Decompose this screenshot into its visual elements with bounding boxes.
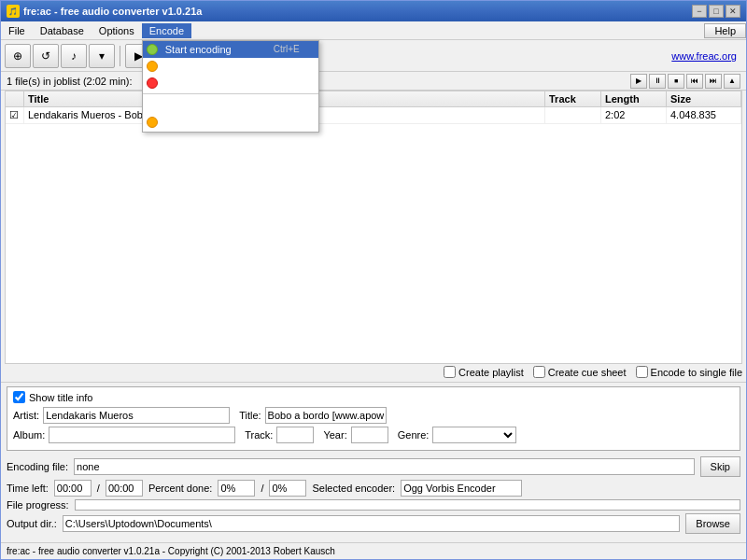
create-playlist-label[interactable]: Create playlist [444, 366, 524, 378]
show-title-toggle[interactable]: Show title info [13, 391, 734, 403]
status-text: fre:ac - free audio converter v1.0.21a -… [7, 546, 335, 556]
pause-encoding-label: Pause/resume encoding [165, 61, 276, 72]
title-bar-left: 🎵 fre:ac - free audio converter v1.0.21a [7, 5, 202, 18]
slash-1: / [97, 483, 100, 494]
col-size: Size [667, 91, 741, 106]
encoder-options-label: Encoder options [165, 117, 240, 128]
file-table: Title Track Length Size ☑ Lendakaris Mue… [5, 91, 742, 364]
title-input[interactable] [265, 407, 387, 424]
genre-label: Genre: [398, 429, 430, 441]
help-button[interactable]: Help [704, 23, 746, 38]
playback-next[interactable]: ⏭ [705, 74, 722, 89]
encoding-section: Encoding file: Skip Time left: / Percent… [7, 455, 740, 539]
table-header: Title Track Length Size [6, 91, 741, 107]
playback-pause[interactable]: ⏸ [649, 74, 666, 89]
row-check[interactable]: ☑ [6, 107, 24, 123]
toolbar: ⊕ ↺ ♪ ▾ ▶ ⏸ ■ www.freac.org [1, 40, 746, 72]
track-input[interactable] [276, 427, 314, 443]
file-progress-row: File progress: [7, 499, 740, 511]
title-bar: 🎵 fre:ac - free audio converter v1.0.21a… [1, 1, 746, 21]
stop-encoding-icon [147, 77, 160, 90]
track-label: Track: [245, 429, 273, 441]
time-left-label: Time left: [7, 483, 49, 494]
create-playlist-checkbox[interactable] [444, 366, 456, 378]
app-icon: 🎵 [7, 5, 20, 18]
show-title-checkbox[interactable] [13, 391, 25, 403]
menu-database[interactable]: Database [33, 23, 92, 38]
pause-encoding-icon [147, 60, 160, 73]
status-bar: fre:ac - free audio converter v1.0.21a -… [1, 542, 746, 559]
genre-select[interactable] [432, 427, 516, 443]
file-info-bar: 1 file(s) in joblist (2:02 min): ▶ ⏸ ■ ⏮… [1, 72, 746, 91]
artist-input[interactable] [43, 407, 230, 424]
track-field: Track: [245, 427, 314, 443]
bottom-panel: Show title info Artist: Title: Album: [1, 382, 746, 542]
menu-encode[interactable]: Encode Start encoding Ctrl+E Pause/resum… [142, 23, 191, 38]
title-bar-controls: − □ ✕ [692, 5, 740, 18]
selected-encoder-input [401, 480, 522, 497]
encode-single-file-text: Encode to single file [651, 367, 742, 378]
close-button[interactable]: ✕ [726, 5, 740, 18]
encode-single-file-checkbox[interactable] [636, 366, 648, 378]
playback-prev[interactable]: ⏮ [686, 74, 703, 89]
selected-encoder-label: Selected encoder: [312, 483, 395, 494]
file-count-text: 1 file(s) in joblist (2:02 min): [7, 76, 133, 87]
table-row[interactable]: ☑ Lendakaris Mueros - Bob 2:02 4.048.835 [6, 107, 741, 124]
create-cue-sheet-label[interactable]: Create cue sheet [533, 366, 627, 378]
toolbar-refresh-button[interactable]: ↺ [33, 44, 59, 68]
row-track [545, 107, 601, 123]
create-cue-sheet-checkbox[interactable] [533, 366, 545, 378]
playback-up[interactable]: ▲ [724, 74, 740, 89]
file-progress-label: File progress: [7, 499, 69, 511]
minimize-button[interactable]: − [692, 5, 707, 18]
start-encoding-icon [147, 43, 160, 56]
year-label: Year: [323, 429, 346, 441]
window-title: fre:ac - free audio converter v1.0.21a [23, 6, 202, 17]
encode-start-item[interactable]: Start encoding Ctrl+E [143, 41, 318, 58]
playback-stop[interactable]: ■ [668, 74, 684, 89]
output-dir-input[interactable] [63, 515, 681, 532]
maximize-button[interactable]: □ [709, 5, 724, 18]
row-size: 4.048.835 [667, 107, 741, 123]
encode-pause-item[interactable]: Pause/resume encoding [143, 58, 318, 75]
year-input[interactable] [351, 427, 388, 443]
menu-bar: File Database Options Encode Start encod… [1, 21, 746, 40]
encode-single-file-label[interactable]: Encode to single file [636, 366, 742, 378]
browse-button[interactable]: Browse [685, 513, 740, 534]
output-dir-label: Output dir.: [7, 518, 57, 529]
time-row: Time left: / Percent done: / Selected en… [7, 480, 740, 497]
skip-button[interactable]: Skip [700, 456, 740, 477]
start-encoding-label: Start encoding [165, 44, 232, 55]
encoding-file-label: Encoding file: [7, 461, 68, 472]
col-length: Length [601, 91, 667, 106]
submenu-arrow-1: ▶ [292, 99, 300, 111]
percent-total-input [269, 480, 306, 497]
show-title-label: Show title info [29, 392, 92, 403]
create-playlist-text: Create playlist [458, 367, 524, 378]
slash-2: / [261, 483, 263, 494]
encoding-file-row: Encoding file: Skip [7, 456, 740, 477]
website-link[interactable]: www.freac.org [671, 50, 742, 62]
toolbar-music-button[interactable]: ♪ [61, 44, 87, 68]
encode-encoder-options-item[interactable]: Encoder options ▶ [143, 114, 318, 132]
output-dir-row: Output dir.: Browse [7, 513, 740, 534]
artist-field: Artist: [13, 407, 230, 424]
album-input[interactable] [49, 427, 235, 443]
col-track: Track [545, 91, 601, 106]
toolbar-dropdown-button[interactable]: ▾ [89, 44, 115, 68]
encoding-file-input[interactable] [74, 458, 695, 475]
toolbar-sep-1 [120, 46, 120, 66]
playback-controls: ▶ ⏸ ■ ⏮ ⏭ ▲ [630, 74, 740, 89]
options-row: Create playlist Create cue sheet Encode … [1, 364, 746, 380]
green-circle-icon [147, 44, 158, 55]
stop-encoding-label: Stop encoding [165, 77, 231, 89]
playback-play[interactable]: ▶ [630, 74, 647, 89]
menu-file[interactable]: File [1, 23, 33, 38]
menu-options[interactable]: Options [92, 23, 142, 38]
dropdown-separator [143, 93, 318, 94]
encode-stop-item[interactable]: Stop encoding [143, 75, 318, 91]
toolbar-add-button[interactable]: ⊕ [5, 44, 31, 68]
year-field: Year: [323, 427, 388, 443]
encode-start-submenu-item[interactable]: Start encoding ▶ [143, 96, 318, 114]
menu-encode-label: Encode [149, 25, 184, 36]
